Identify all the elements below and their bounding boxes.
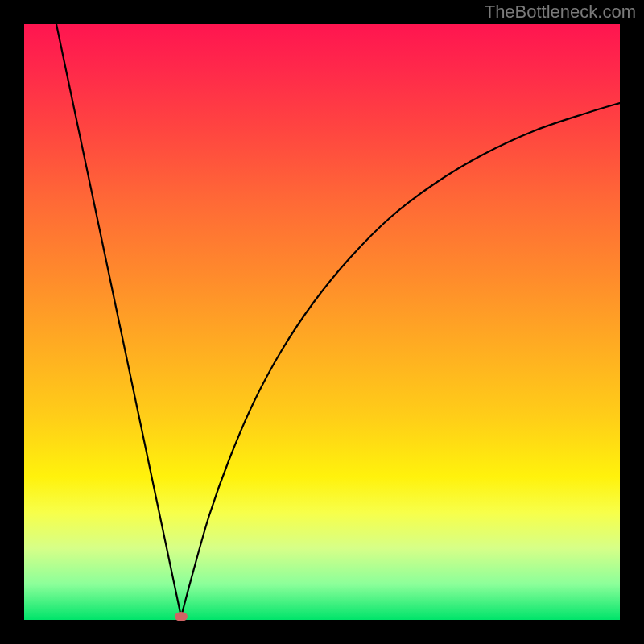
plot-area [24, 24, 620, 620]
optimum-marker [175, 612, 188, 621]
chart-frame: TheBottleneck.com [0, 0, 644, 644]
watermark-text: TheBottleneck.com [485, 2, 636, 23]
bottleneck-curve [24, 24, 620, 620]
